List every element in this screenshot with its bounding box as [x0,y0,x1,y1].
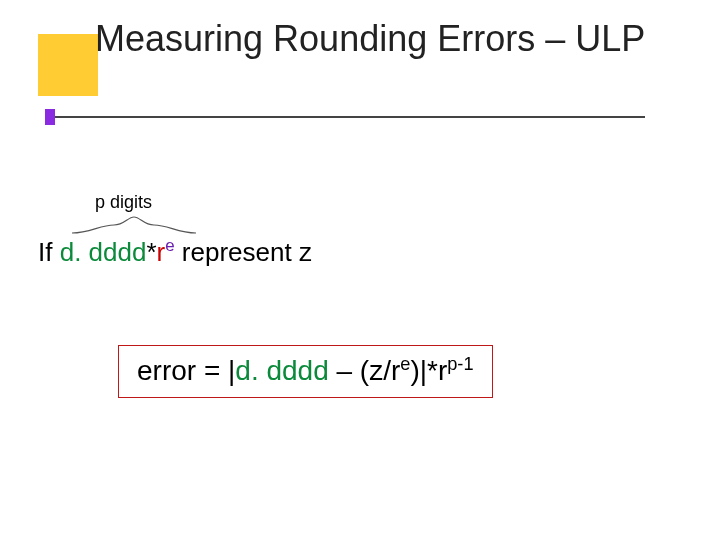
title-accent-block [38,34,98,96]
exponent-e: e [165,236,174,255]
formula-mantissa: d. dddd [235,355,328,386]
mantissa-text: d. dddd [60,237,147,267]
formula-mid: – (z/r [329,355,401,386]
represent-text: represent z [175,237,312,267]
error-eq-text: error = | [137,355,235,386]
slide-title: Measuring Rounding Errors – ULP [95,18,645,59]
representation-line: If d. dddd*re represent z [38,236,312,268]
title-accent-tick [45,109,55,125]
error-formula-box: error = |d. dddd – (z/re)|*rp-1 [118,345,493,398]
p-digits-label: p digits [95,192,152,213]
formula-exp-p1: p-1 [447,354,473,374]
radix-text: r [157,237,166,267]
curly-brace-icon [70,215,198,235]
if-text: If [38,237,60,267]
formula-exp-e: e [400,354,410,374]
title-divider-line [45,116,645,118]
asterisk-text: * [146,237,156,267]
formula-close: )|*r [410,355,447,386]
